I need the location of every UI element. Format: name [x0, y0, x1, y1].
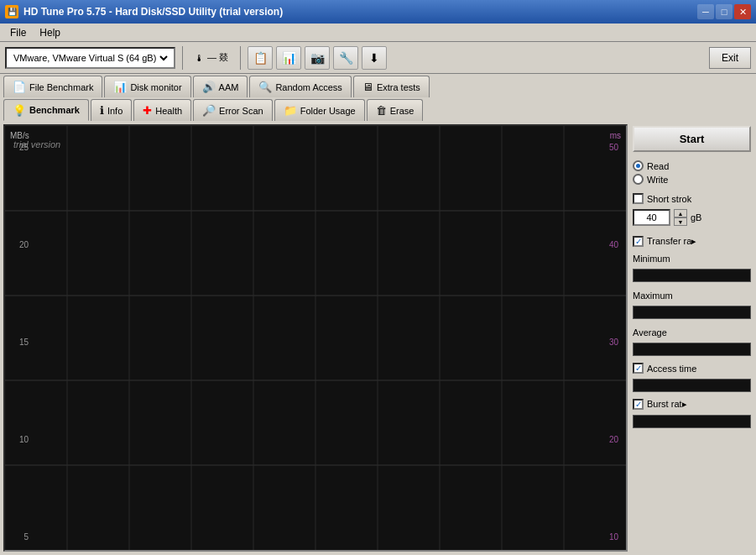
- short-strok-checkbox[interactable]: Short strok: [633, 193, 751, 204]
- menu-help[interactable]: Help: [33, 25, 67, 40]
- window-title: HD Tune Pro 5.75 - Hard Disk/SSD Utility…: [23, 6, 283, 18]
- extra-tests-icon: 🖥: [362, 81, 373, 93]
- radio-read[interactable]: Read: [633, 160, 751, 171]
- start-button[interactable]: Start: [633, 126, 751, 152]
- tab-folder-usage-label: Folder Usage: [300, 106, 356, 116]
- y-right-10: 10: [609, 532, 624, 542]
- short-strok-label: Short strok: [647, 194, 691, 204]
- random-access-icon: 🔍: [258, 81, 272, 93]
- toolbar-separator-2: [240, 46, 241, 70]
- maximum-bar: [633, 306, 751, 319]
- toolbar-btn-3[interactable]: 📷: [305, 46, 330, 70]
- menu-bar: File Help: [0, 24, 756, 42]
- tab-aam-label: AAM: [219, 82, 239, 92]
- radio-read-circle: [633, 160, 644, 171]
- tab-extra-tests-label: Extra tests: [377, 82, 420, 92]
- transfer-rate-checkbox[interactable]: ✓ Transfer ra▸: [633, 236, 751, 247]
- short-strok-input[interactable]: [633, 209, 670, 226]
- spin-buttons: ▲ ▼: [674, 209, 687, 226]
- spin-up[interactable]: ▲: [674, 209, 687, 217]
- y-right-50: 50: [609, 143, 624, 152]
- tab-erase-label: Erase: [390, 106, 414, 116]
- toolbar-btn-5[interactable]: ⬇: [362, 46, 387, 70]
- toolbar-separator-1: [182, 46, 183, 70]
- transfer-rate-label: Transfer ra▸: [647, 236, 696, 247]
- chart-inner: MB/s ms trial version 25 20 15 10 5 50 4…: [5, 126, 626, 550]
- short-strok-checkbox-box: [633, 193, 644, 204]
- tab-folder-usage[interactable]: 📁 Folder Usage: [274, 99, 365, 121]
- minimum-bar: [633, 269, 751, 282]
- y-axis-right: 50 40 30 20 10: [607, 126, 626, 550]
- access-time-checkbox[interactable]: ✓ Access time: [633, 363, 751, 374]
- burst-rate-checkbox-box: ✓: [633, 399, 644, 410]
- temp-icon: 🌡: [195, 53, 204, 63]
- disk-monitor-icon: 📊: [113, 81, 127, 93]
- side-panel: Start Read Write Short strok ▲ ▼ gB ✓: [631, 124, 753, 552]
- file-benchmark-icon: 📄: [13, 81, 26, 93]
- tab-random-access-label: Random Access: [275, 82, 342, 92]
- tab-file-benchmark-label: File Benchmark: [29, 82, 93, 92]
- y-left-10: 10: [7, 435, 29, 444]
- access-time-label: Access time: [647, 364, 696, 374]
- tab-disk-monitor[interactable]: 📊 Disk monitor: [104, 76, 190, 97]
- spin-field: ▲ ▼ gB: [633, 209, 751, 226]
- exit-button[interactable]: Exit: [709, 47, 751, 69]
- main-content: MB/s ms trial version 25 20 15 10 5 50 4…: [0, 121, 756, 555]
- minimize-button[interactable]: ─: [697, 4, 714, 19]
- transfer-rate-checkbox-box: ✓: [633, 236, 644, 247]
- burst-rate-checkbox[interactable]: ✓ Burst rat▸: [633, 399, 751, 410]
- burst-rate-label: Burst rat▸: [647, 399, 687, 410]
- tabs-row1: 📄 File Benchmark 📊 Disk monitor 🔊 AAM 🔍 …: [0, 74, 756, 97]
- drive-dropdown[interactable]: VMware, VMware Virtual S (64 gB): [10, 52, 170, 64]
- radio-read-label: Read: [647, 161, 669, 171]
- spin-down[interactable]: ▼: [674, 217, 687, 226]
- menu-file[interactable]: File: [3, 25, 33, 40]
- drive-selector[interactable]: VMware, VMware Virtual S (64 gB): [5, 47, 175, 69]
- maximize-button[interactable]: □: [716, 4, 733, 19]
- tab-disk-monitor-label: Disk monitor: [130, 82, 181, 92]
- y-right-30: 30: [609, 338, 624, 347]
- tab-info[interactable]: ℹ Info: [91, 99, 132, 121]
- tab-error-scan-label: Error Scan: [219, 106, 263, 116]
- minimum-label: Minimum: [633, 254, 751, 264]
- aam-icon: 🔊: [202, 81, 216, 93]
- y-right-40: 40: [609, 240, 624, 249]
- temperature-display: 🌡 — 燚: [190, 51, 233, 64]
- benchmark-icon: 💡: [13, 104, 26, 117]
- average-label: Average: [633, 327, 751, 338]
- toolbar-btn-4[interactable]: 🔧: [333, 46, 358, 70]
- erase-icon: 🗑: [376, 104, 387, 117]
- tabs-row2: 💡 Benchmark ℹ Info ✚ Health 🔎 Error Scan…: [0, 97, 756, 121]
- error-scan-icon: 🔎: [202, 104, 216, 117]
- tab-erase[interactable]: 🗑 Erase: [367, 99, 424, 121]
- radio-write[interactable]: Write: [633, 174, 751, 185]
- y-left-20: 20: [7, 240, 29, 249]
- average-bar: [633, 343, 751, 356]
- toolbar-btn-1[interactable]: 📋: [248, 46, 273, 70]
- tab-file-benchmark[interactable]: 📄 File Benchmark: [3, 76, 102, 97]
- close-button[interactable]: ✕: [734, 4, 751, 19]
- tab-extra-tests[interactable]: 🖥 Extra tests: [353, 76, 430, 97]
- tab-random-access[interactable]: 🔍 Random Access: [249, 76, 351, 97]
- tab-aam[interactable]: 🔊 AAM: [193, 76, 248, 97]
- folder-usage-icon: 📁: [284, 104, 297, 117]
- burst-rate-bar: [633, 415, 751, 428]
- toolbar: VMware, VMware Virtual S (64 gB) 🌡 — 燚 📋…: [0, 42, 756, 74]
- window-controls: ─ □ ✕: [697, 4, 751, 19]
- y-left-15: 15: [7, 338, 29, 347]
- y-axis-left: 25 20 15 10 5: [5, 126, 30, 550]
- access-time-checkbox-box: ✓: [633, 363, 644, 374]
- tab-health[interactable]: ✚ Health: [133, 99, 191, 121]
- y-left-5: 5: [7, 532, 29, 542]
- chart-grid: [5, 126, 626, 550]
- access-time-bar: [633, 379, 751, 392]
- tab-benchmark[interactable]: 💡 Benchmark: [3, 99, 89, 121]
- tab-info-label: Info: [107, 106, 123, 116]
- tab-error-scan[interactable]: 🔎 Error Scan: [193, 99, 273, 121]
- chart-area: MB/s ms trial version 25 20 15 10 5 50 4…: [3, 124, 628, 552]
- toolbar-btn-2[interactable]: 📊: [276, 46, 301, 70]
- radio-write-label: Write: [647, 175, 668, 185]
- radio-group: Read Write: [633, 160, 751, 185]
- y-right-20: 20: [609, 435, 624, 444]
- health-icon: ✚: [143, 104, 152, 117]
